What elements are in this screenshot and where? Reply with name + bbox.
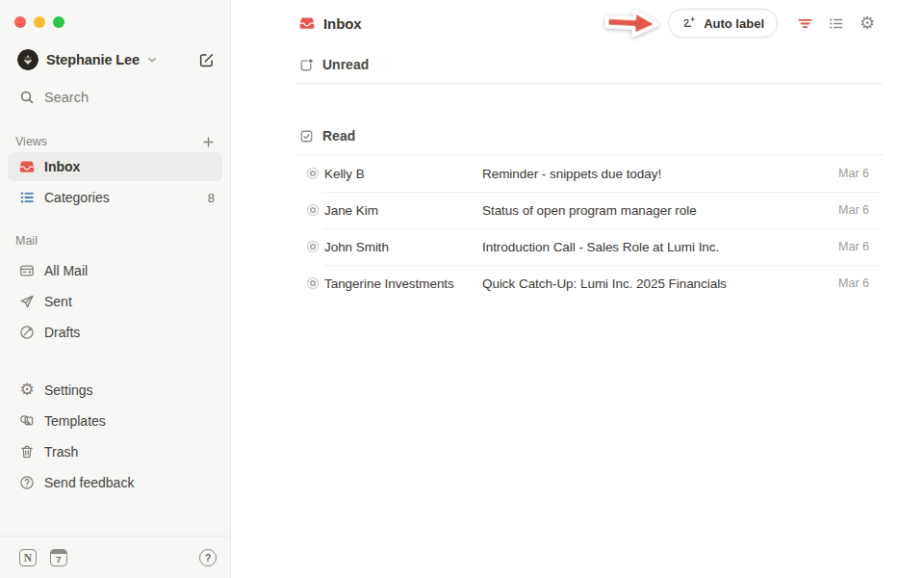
sidebar-item-sent[interactable]: Sent <box>8 287 222 316</box>
sidebar-item-label: Templates <box>44 413 106 429</box>
auto-label-button[interactable]: Auto label <box>668 9 778 38</box>
close-window-button[interactable] <box>14 16 26 28</box>
user-name: Stephanie Lee <box>46 52 140 67</box>
sidebar-item-drafts[interactable]: Drafts <box>8 318 222 347</box>
sidebar-item-label: Settings <box>44 382 93 398</box>
all-mail-icon <box>19 263 35 278</box>
minimize-window-button[interactable] <box>34 16 45 28</box>
notion-logo[interactable]: N <box>19 549 37 566</box>
filter-icon[interactable] <box>797 15 813 32</box>
annotation-arrow-icon <box>601 2 664 43</box>
search-icon <box>19 90 35 105</box>
auto-label-sparkle-icon <box>681 15 697 31</box>
sidebar-item-label: Sent <box>44 294 72 309</box>
sidebar-item-settings[interactable]: ⚙ Settings <box>8 376 222 405</box>
page-title: Inbox <box>323 15 362 32</box>
read-indicator-icon[interactable] <box>306 240 320 253</box>
avatar <box>17 49 38 70</box>
sidebar-footer: N 7 ? <box>0 536 230 578</box>
email-sender: Jane Kim <box>324 203 482 218</box>
help-icon[interactable]: ? <box>199 549 217 566</box>
unread-section-label: Unread <box>322 57 369 72</box>
read-section-label: Read <box>322 128 355 144</box>
email-subject: Introduction Call - Sales Role at Lumi I… <box>482 240 838 254</box>
search-input[interactable]: Search <box>0 85 230 110</box>
email-date: Mar 6 <box>838 203 883 217</box>
question-circle-icon <box>19 475 35 490</box>
read-section-header[interactable]: Read <box>232 118 924 154</box>
sidebar-item-send-feedback[interactable]: Send feedback <box>8 468 222 497</box>
divider <box>295 83 883 84</box>
email-subject: Reminder - snippets due today! <box>482 167 838 181</box>
views-section-header: Views <box>0 132 230 151</box>
email-subject: Status of open program manager role <box>482 203 838 218</box>
inbox-pane: Inbox Auto label ⚙ Unread <box>232 0 924 578</box>
sidebar-item-label: All Mail <box>44 263 88 278</box>
sidebar: Stephanie Lee Search Views Inbox Categor… <box>0 0 231 578</box>
calendar-day: 7 <box>51 554 66 565</box>
categories-icon <box>19 190 35 205</box>
sidebar-item-label: Trash <box>44 444 78 460</box>
email-row[interactable]: John Smith Introduction Call - Sales Rol… <box>295 228 883 265</box>
read-indicator-icon[interactable] <box>306 167 320 180</box>
account-switcher[interactable]: Stephanie Lee <box>0 46 230 73</box>
inbox-icon <box>299 15 315 31</box>
email-date: Mar 6 <box>838 240 883 253</box>
email-list: Kelly B Reminder - snippets due today! M… <box>295 155 883 302</box>
chevron-down-icon <box>145 53 159 66</box>
sent-icon <box>19 294 35 309</box>
categories-count-badge: 8 <box>208 191 215 205</box>
templates-icon <box>19 413 35 429</box>
auto-label-button-label: Auto label <box>704 16 764 31</box>
inbox-header: Inbox Auto label ⚙ <box>232 0 924 46</box>
views-header-label: Views <box>15 135 47 148</box>
sidebar-item-label: Categories <box>44 190 110 205</box>
window-controls <box>0 0 230 28</box>
email-row[interactable]: Tangerine Investments Quick Catch-Up: Lu… <box>295 265 883 302</box>
sidebar-item-inbox[interactable]: Inbox <box>8 152 222 181</box>
trash-icon <box>19 444 35 460</box>
email-row[interactable]: Kelly B Reminder - snippets due today! M… <box>295 155 883 192</box>
sidebar-item-label: Inbox <box>44 159 80 174</box>
compose-icon[interactable] <box>198 52 215 68</box>
sidebar-item-trash[interactable]: Trash <box>8 437 222 466</box>
add-view-icon[interactable] <box>201 135 216 149</box>
email-sender: John Smith <box>324 240 482 254</box>
sidebar-item-label: Drafts <box>44 325 80 340</box>
read-indicator-icon[interactable] <box>306 276 320 290</box>
search-placeholder: Search <box>44 90 89 105</box>
mail-section-header: Mail <box>0 231 230 250</box>
email-subject: Quick Catch-Up: Lumi Inc. 2025 Financial… <box>482 276 838 291</box>
inbox-icon <box>19 159 35 174</box>
read-indicator-icon[interactable] <box>306 203 320 217</box>
zoom-window-button[interactable] <box>53 16 64 28</box>
sidebar-item-templates[interactable]: Templates <box>8 407 222 435</box>
gear-icon: ⚙ <box>19 382 35 398</box>
sidebar-item-categories[interactable]: Categories 8 <box>8 183 222 212</box>
unread-icon <box>299 58 314 72</box>
drafts-icon <box>19 325 35 340</box>
notion-calendar-icon[interactable]: 7 <box>50 549 67 566</box>
read-checkbox-icon <box>299 129 314 144</box>
sidebar-item-all-mail[interactable]: All Mail <box>8 256 222 285</box>
sidebar-item-label: Send feedback <box>44 475 134 490</box>
email-date: Mar 6 <box>838 276 883 290</box>
gear-icon[interactable]: ⚙ <box>859 14 876 32</box>
inbox-toolbar: Auto label ⚙ <box>602 4 876 42</box>
email-sender: Tangerine Investments <box>324 276 482 291</box>
mail-header-label: Mail <box>15 234 38 248</box>
email-date: Mar 6 <box>838 167 883 180</box>
unread-section-header[interactable]: Unread <box>232 46 924 83</box>
list-view-icon[interactable] <box>828 15 844 32</box>
email-sender: Kelly B <box>324 167 482 181</box>
email-row[interactable]: Jane Kim Status of open program manager … <box>295 192 883 228</box>
